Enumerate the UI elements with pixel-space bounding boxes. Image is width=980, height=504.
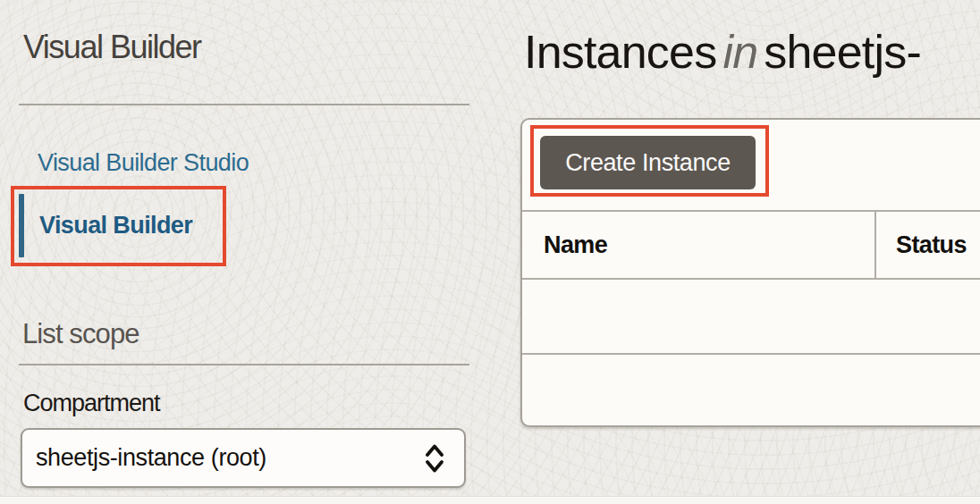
active-item-indicator-bar — [19, 194, 24, 257]
page: Visual Builder Visual Builder Studio Vis… — [0, 0, 980, 504]
compartment-selected-value: sheetjs-instance (root) — [36, 444, 424, 472]
create-instance-button[interactable]: Create Instance — [540, 136, 756, 189]
compartment-select[interactable]: sheetjs-instance (root) — [21, 428, 466, 488]
page-title-connector: in — [722, 26, 757, 78]
sidebar-item-label: Visual Builder — [39, 212, 192, 239]
window-bottom-edge — [0, 496, 980, 504]
table-row-empty — [522, 355, 980, 425]
column-header-name: Name — [522, 212, 874, 278]
list-scope-heading: List scope — [22, 320, 139, 349]
page-title: Instancesinsheetjs- — [524, 27, 921, 77]
sidebar-item-visual-builder[interactable]: Visual Builder — [19, 194, 192, 257]
instances-panel: Create Instance Name Status — [520, 118, 980, 427]
sidebar-divider-bottom — [19, 364, 469, 365]
page-title-entity: Instances — [524, 26, 716, 78]
sidebar-divider-top — [19, 104, 469, 105]
sidebar-item-visual-builder-studio[interactable]: Visual Builder Studio — [38, 151, 249, 175]
table-header-row: Name Status — [522, 210, 980, 280]
compartment-label: Compartment — [23, 391, 160, 416]
column-header-status: Status — [874, 212, 980, 278]
chevron-up-down-icon — [424, 442, 445, 475]
sidebar-title: Visual Builder — [23, 31, 200, 63]
panel-toolbar: Create Instance — [522, 120, 980, 210]
page-title-scope: sheetjs- — [764, 26, 921, 78]
table-row-empty — [522, 280, 980, 355]
